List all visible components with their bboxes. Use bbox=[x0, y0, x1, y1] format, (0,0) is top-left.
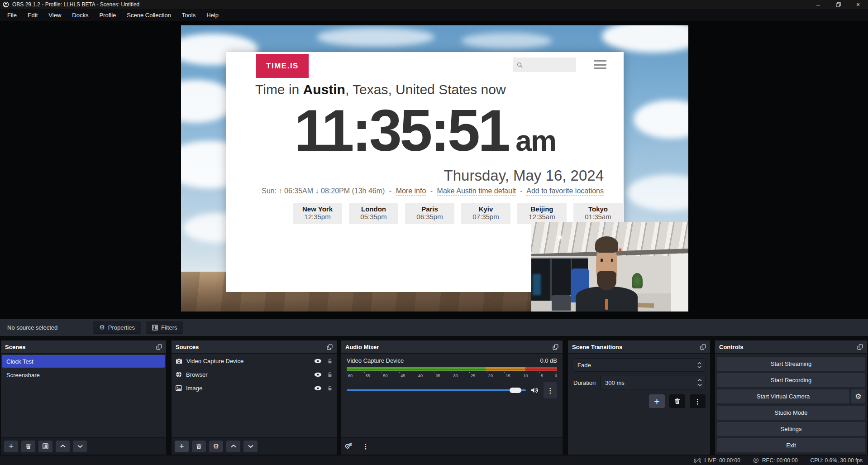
world-clock-row: New York12:35pm London05:35pm Paris06:35… bbox=[293, 203, 623, 224]
sources-header: Sources bbox=[172, 340, 337, 354]
popout-icon[interactable] bbox=[327, 344, 333, 350]
transition-options-button[interactable]: ⋮ bbox=[690, 394, 706, 408]
source-row-video-capture[interactable]: Video Capture Device bbox=[172, 354, 337, 368]
gear-icon: ⚙ bbox=[99, 324, 105, 331]
mixer-options-button[interactable]: ⋮ bbox=[544, 382, 557, 398]
webcam-chair bbox=[552, 295, 571, 311]
restore-button[interactable] bbox=[828, 0, 848, 9]
city-card: London05:35pm bbox=[349, 203, 398, 224]
menu-help[interactable]: Help bbox=[201, 9, 224, 21]
dots-vertical-icon[interactable]: ⋮ bbox=[362, 443, 369, 450]
source-properties-button[interactable]: ⚙ bbox=[209, 441, 223, 452]
menu-view[interactable]: View bbox=[43, 9, 67, 21]
scene-filters-button[interactable] bbox=[38, 441, 52, 452]
source-row-browser[interactable]: Browser bbox=[172, 368, 337, 381]
add-favorite-link: Add to favorite locations bbox=[526, 187, 604, 196]
close-button[interactable]: × bbox=[848, 0, 868, 9]
obs-window: OBS 29.1.2 - Profile: LLHLS BETA - Scene… bbox=[0, 0, 868, 465]
live-status: LIVE: 00:00:00 bbox=[694, 457, 740, 464]
restore-icon bbox=[836, 2, 841, 7]
menu-file[interactable]: File bbox=[2, 9, 22, 21]
volume-slider-handle[interactable] bbox=[510, 388, 521, 393]
webcam-plant bbox=[632, 273, 643, 288]
lock-unlocked-icon[interactable] bbox=[327, 385, 333, 391]
person-head bbox=[596, 241, 617, 288]
city-card: New York12:35pm bbox=[293, 203, 342, 224]
add-scene-button[interactable]: + bbox=[4, 441, 18, 452]
program-canvas[interactable]: TIME.IS Time in Austin, Texas, United St… bbox=[181, 25, 688, 312]
popout-icon[interactable] bbox=[857, 344, 863, 350]
sources-dock: Sources Video Capture Device Browser bbox=[172, 340, 337, 455]
scene-transitions-dock: Scene Transitions Fade Duration bbox=[568, 340, 710, 455]
settings-button[interactable]: Settings bbox=[717, 422, 865, 436]
remove-transition-button[interactable] bbox=[669, 394, 685, 408]
popout-icon[interactable] bbox=[553, 344, 558, 350]
move-scene-down-button[interactable] bbox=[73, 441, 87, 452]
audio-mixer-dock: Audio Mixer Video Capture Device 0.0 dB … bbox=[341, 340, 563, 455]
lock-unlocked-icon[interactable] bbox=[327, 358, 333, 364]
eye-visible-icon[interactable] bbox=[314, 359, 322, 364]
menu-bar: File Edit View Docks Profile Scene Colle… bbox=[0, 9, 868, 21]
move-scene-up-button[interactable] bbox=[56, 441, 70, 452]
popout-icon[interactable] bbox=[700, 344, 706, 350]
dots-vertical-icon: ⋮ bbox=[547, 387, 554, 394]
remove-source-button[interactable] bbox=[192, 441, 206, 452]
move-source-down-button[interactable] bbox=[243, 441, 258, 452]
combo-arrows-icon bbox=[693, 359, 705, 371]
speaker-icon[interactable] bbox=[531, 387, 539, 393]
menu-profile[interactable]: Profile bbox=[94, 9, 121, 21]
eye-visible-icon[interactable] bbox=[314, 386, 322, 391]
add-transition-button[interactable]: + bbox=[649, 394, 665, 408]
audio-mixer-body: Video Capture Device 0.0 dB -60-55-50-45… bbox=[341, 354, 563, 437]
controls-dock: Controls Start Streaming Start Recording… bbox=[715, 340, 867, 455]
start-virtual-camera-button[interactable]: Start Virtual Camera bbox=[717, 389, 849, 403]
studio-mode-button[interactable]: Studio Mode bbox=[717, 406, 865, 420]
cloud bbox=[602, 25, 688, 53]
eye-visible-icon[interactable] bbox=[314, 372, 322, 377]
duration-label: Duration bbox=[572, 379, 596, 386]
start-recording-button[interactable]: Start Recording bbox=[717, 373, 865, 387]
transitions-body: Fade Duration 300 ms bbox=[568, 354, 710, 455]
gear-icon: ⚙ bbox=[855, 392, 861, 401]
virtual-camera-settings-button[interactable]: ⚙ bbox=[851, 389, 865, 403]
search-input bbox=[513, 58, 576, 72]
popout-icon[interactable] bbox=[156, 344, 162, 350]
transition-select[interactable]: Fade bbox=[572, 358, 706, 372]
scene-item-screenshare[interactable]: Screenshare bbox=[2, 369, 165, 381]
source-context-bar: No source selected ⚙ Properties Filters bbox=[0, 319, 868, 336]
menu-tools[interactable]: Tools bbox=[176, 9, 201, 21]
properties-button[interactable]: ⚙ Properties bbox=[93, 321, 141, 334]
controls-header: Controls bbox=[715, 340, 867, 354]
sources-title: Sources bbox=[176, 344, 199, 350]
add-source-button[interactable]: + bbox=[175, 441, 189, 452]
mixer-channel-name: Video Capture Device bbox=[347, 357, 404, 364]
menu-scene-collection[interactable]: Scene Collection bbox=[121, 9, 176, 21]
minimize-button[interactable]: – bbox=[808, 0, 828, 9]
scenes-dock: Scenes Clock Test Screenshare + bbox=[1, 340, 166, 455]
source-row-image[interactable]: Image bbox=[172, 381, 337, 395]
controls-title: Controls bbox=[719, 344, 743, 350]
menu-docks[interactable]: Docks bbox=[67, 9, 94, 21]
webcam-overlay bbox=[531, 222, 688, 312]
hamburger-menu-icon bbox=[594, 60, 606, 69]
scene-item-clock-test[interactable]: Clock Test bbox=[2, 355, 165, 368]
duration-spinbox[interactable]: 300 ms bbox=[600, 376, 706, 389]
start-streaming-button[interactable]: Start Streaming bbox=[717, 357, 865, 371]
webcam-window-bright bbox=[671, 254, 688, 312]
spin-arrows-icon[interactable] bbox=[697, 379, 702, 386]
city-card: Paris06:35pm bbox=[405, 203, 454, 224]
advanced-audio-icon[interactable]: ⚙⚙ bbox=[344, 443, 354, 450]
move-source-up-button[interactable] bbox=[226, 441, 240, 452]
volume-slider[interactable] bbox=[347, 389, 526, 391]
person-eye bbox=[611, 259, 613, 262]
cloud bbox=[627, 175, 688, 211]
sources-list: Video Capture Device Browser bbox=[172, 354, 337, 437]
remove-scene-button[interactable] bbox=[21, 441, 35, 452]
exit-button[interactable]: Exit bbox=[717, 438, 865, 452]
audio-mixer-title: Audio Mixer bbox=[345, 344, 379, 350]
lock-unlocked-icon[interactable] bbox=[327, 372, 333, 378]
window-controls: – × bbox=[808, 0, 868, 9]
filters-button[interactable]: Filters bbox=[146, 321, 183, 334]
menu-edit[interactable]: Edit bbox=[22, 9, 43, 21]
current-time: 11:35:51 am bbox=[244, 91, 606, 171]
